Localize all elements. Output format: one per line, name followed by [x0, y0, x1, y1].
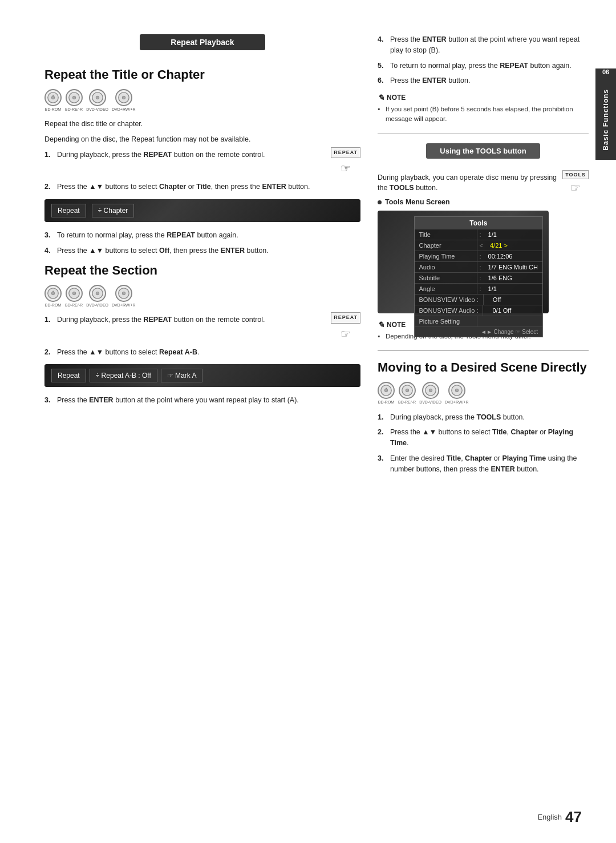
tools-section: Using the TOOLS button During playback, …: [378, 143, 589, 475]
moving-step-3: 3. Enter the desired Title, Chapter or P…: [378, 453, 589, 475]
note1-item-1: If you set point (B) before 5 seconds ha…: [378, 104, 589, 124]
cont-step-4: 4. Press the ENTER button at the point w…: [378, 34, 589, 56]
ab-screen-val: ÷ Repeat A-B : Off: [90, 369, 157, 382]
repeat-section-heading: Repeat the Section: [44, 263, 360, 278]
tools-row-audio: Audio : 1/7 ENG Multi CH: [415, 262, 542, 273]
section-step-3: 3. Press the ENTER button at the point w…: [44, 395, 360, 406]
tools-menu-screen-label: Tools Menu Screen: [378, 198, 589, 206]
svg-point-13: [72, 292, 76, 295]
tools-row-bonusview-audio: BONUSVIEW Audio : 0/1 Off: [415, 305, 542, 316]
tools-row-bonusview-video: BONUSVIEW Video : Off: [415, 295, 542, 305]
svg-point-17: [122, 292, 125, 295]
chapter-title: Basic Functions: [597, 80, 614, 160]
moving-step-1: 1. During playback, press the TOOLS butt…: [378, 412, 589, 423]
tools-menu-footer: ◄► Change ☞ Select: [415, 327, 542, 337]
disc-icons-row: + BD-ROM BD-RE/-R: [44, 89, 360, 112]
svg-point-24: [429, 389, 432, 393]
ab-repeat-screen: Repeat ÷ Repeat A-B : Off ☞ Mark A: [44, 364, 360, 387]
ab-screen-repeat: Repeat: [51, 369, 86, 382]
cont-step-5: 5. To return to normal play, press the R…: [378, 60, 589, 71]
screen-repeat-label: Repeat: [51, 204, 86, 217]
disc-icons-section-row: + BD-ROM BD-RE/-R: [44, 285, 360, 308]
step-2: 2. Press the ▲▼ buttons to select Chapte…: [44, 181, 360, 192]
page-footer: English 47: [537, 808, 582, 826]
tools-row-playing-time: Playing Time : 00:12:06: [415, 251, 542, 262]
repeat-button-icon-2: REPEAT ☞: [331, 312, 360, 342]
disc-icon-section-dvdplusrw: DVD+RW/+R: [112, 285, 136, 308]
disc-icon-dvdplusrw: DVD+RW/+R: [112, 89, 136, 112]
moving-section-heading: Moving to a Desired Scene Directly: [378, 360, 589, 375]
repeat-playback-header: Repeat Playback: [140, 34, 265, 50]
disc-icon-section-bdrom: + BD-ROM: [44, 285, 62, 308]
intro-text-2: Depending on the disc, the Repeat functi…: [44, 134, 360, 145]
tools-row-chapter: Chapter < 4/21 >: [415, 240, 542, 251]
svg-text:+: +: [52, 290, 54, 292]
step1-bold: REPEAT: [143, 151, 172, 159]
disc-icon-section-dvdvideo: DVD-VIDEO: [86, 285, 108, 308]
title-chapter-steps-2: 3. To return to normal play, press the R…: [44, 230, 360, 256]
disc-icon-moving-bdrer: BD-RE/-R: [398, 382, 416, 405]
disc-icon-section-bdrer: BD-RE/-R: [65, 285, 83, 308]
left-column: Repeat Playback Repeat the Title or Chap…: [44, 34, 360, 820]
svg-point-26: [455, 389, 459, 393]
title-chapter-steps: 1. During playback, press the REPEAT but…: [44, 150, 360, 192]
tools-row-title: Title : 1/1: [415, 229, 542, 240]
continued-steps: 4. Press the ENTER button at the point w…: [378, 34, 589, 86]
tools-menu-wrapper: Tools Title : 1/1 Chapter < 4/21 > Pl: [378, 211, 549, 313]
side-tab: 06 Basic Functions: [595, 68, 616, 160]
section-step-2: 2. Press the ▲▼ buttons to select Repeat…: [44, 347, 360, 358]
tools-menu-title: Tools: [415, 217, 542, 229]
disc-icon-moving-dvdplusrw: DVD+RW/+R: [445, 382, 469, 405]
moving-step-2: 2. Press the ▲▼ buttons to select Title,…: [378, 427, 589, 449]
note1-header: NOTE: [387, 94, 406, 102]
section-steps: 1. During playback, press the REPEAT but…: [44, 314, 360, 357]
repeat-playback-section: Repeat Playback: [44, 34, 360, 58]
tools-row-angle: Angle : 1/1: [415, 284, 542, 295]
divider-1: [378, 134, 589, 134]
svg-text:+: +: [386, 388, 387, 390]
tools-overlay-table: Tools Title : 1/1 Chapter < 4/21 > Pl: [414, 216, 543, 337]
disc-icon-moving-dvdvideo: DVD-VIDEO: [419, 382, 441, 405]
svg-point-22: [406, 389, 409, 393]
repeat-chapter-screen: Repeat ÷ Chapter: [44, 199, 360, 222]
disc-icon-moving-bdrom: + BD-ROM: [378, 382, 395, 405]
title-or-chapter-heading: Repeat the Title or Chapter: [44, 67, 360, 82]
svg-point-8: [122, 96, 125, 99]
page-number: 47: [565, 808, 582, 826]
step-3: 3. To return to normal play, press the R…: [44, 230, 360, 241]
disc-icon-bdrer: BD-RE/-R: [65, 89, 83, 112]
tools-header: Using the TOOLS button: [426, 143, 540, 159]
tools-row-picture-setting: Picture Setting: [415, 316, 542, 327]
svg-point-4: [72, 96, 76, 99]
step-4: 4. Press the ▲▼ buttons to select Off, t…: [44, 245, 360, 256]
disc-icon-dvdvideo: DVD-VIDEO: [86, 89, 108, 112]
intro-text-1: Repeat the disc title or chapter.: [44, 119, 360, 130]
divider-2: [378, 350, 589, 351]
step-1: 1. During playback, press the REPEAT but…: [44, 150, 360, 178]
section-step-1: 1. During playback, press the REPEAT but…: [44, 314, 360, 342]
note-section-1: ✎ NOTE If you set point (B) before 5 sec…: [378, 93, 589, 124]
main-content: Repeat Playback Repeat the Title or Chap…: [10, 0, 606, 843]
svg-text:+: +: [52, 94, 54, 96]
repeat-button-icon: REPEAT ☞: [331, 147, 360, 178]
note1-list: If you set point (B) before 5 seconds ha…: [378, 104, 589, 124]
tools-row-subtitle: Subtitle : 1/6 ENG: [415, 273, 542, 284]
svg-point-6: [96, 96, 99, 99]
disc-icon-bdrom: + BD-ROM: [44, 89, 62, 112]
tools-intro: During playback, you can operate disc me…: [378, 172, 557, 194]
step1-text-after: button on the remote control.: [172, 151, 265, 159]
language-label: English: [537, 813, 562, 821]
section-steps-3: 3. Press the ENTER button at the point w…: [44, 395, 360, 406]
tools-button-icon: TOOLS ☞: [562, 170, 589, 195]
cont-step-6: 6. Press the ENTER button.: [378, 75, 589, 86]
chapter-number: 06: [602, 68, 609, 80]
disc-icons-moving-row: + BD-ROM BD-RE/-R: [378, 382, 589, 405]
step1-text-before: During playback, press the: [57, 151, 143, 159]
note2-header: NOTE: [387, 321, 406, 329]
screen-chapter-label: ÷ Chapter: [92, 204, 135, 217]
svg-point-15: [96, 292, 99, 295]
ab-screen-mark: ☞ Mark A: [161, 369, 203, 382]
right-column: 4. Press the ENTER button at the point w…: [378, 34, 589, 820]
page-wrapper: 06 Basic Functions Repeat Playback Repea…: [0, 0, 616, 843]
moving-steps: 1. During playback, press the TOOLS butt…: [378, 412, 589, 475]
